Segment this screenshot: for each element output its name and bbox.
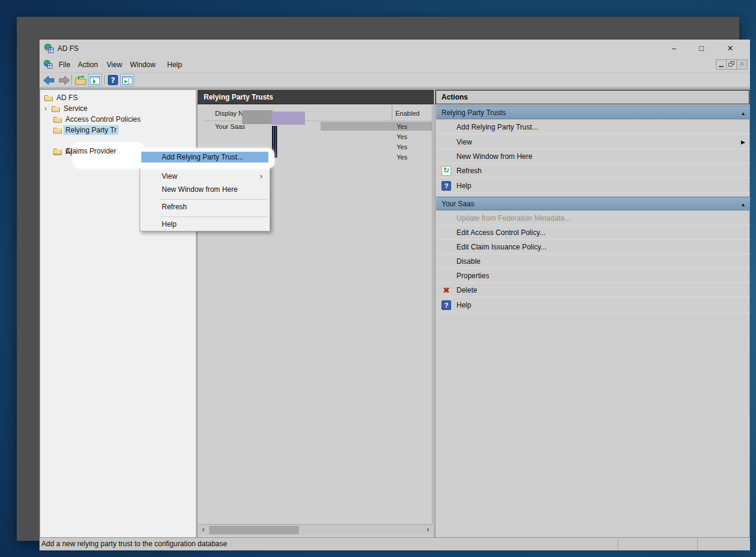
column-header-underline [202,121,431,121]
menu-separator [161,199,267,200]
context-menu-view[interactable]: View › [141,171,268,182]
refresh-icon: ↻ [441,166,451,176]
action-edit-access-control-policy[interactable]: Edit Access Control Policy... [436,225,750,240]
action-help-rpt[interactable]: ? Help [436,179,750,193]
actions-section-your-saas[interactable]: Your Saas ▴ [436,197,750,210]
context-menu-help[interactable]: Help [141,219,268,230]
action-delete[interactable]: ✖ Delete [436,283,750,297]
folder-icon [53,127,62,134]
folder-icon [53,116,62,123]
row4-enabled[interactable]: Yes [397,153,407,161]
action-label: Edit Access Control Policy... [456,228,546,237]
menu-help[interactable]: Help [164,59,186,70]
submenu-arrow-icon: ▶ [741,135,745,149]
adfs-menubar-icon [43,59,53,69]
scrollbar-thumb[interactable] [209,526,299,534]
menu-file[interactable]: File [55,59,74,70]
action-disable[interactable]: Disable [436,254,750,269]
tree-item-access-control-policies[interactable]: Access Control Policies [53,115,143,125]
action-label: Edit Claim Issuance Policy... [456,243,547,251]
minimize-button[interactable]: – [665,42,683,55]
action-label: Add Relying Party Trust... [456,123,538,131]
action-view[interactable]: View ▶ [436,135,750,149]
tree-item-label: AD FS [55,93,79,103]
row2-enabled[interactable]: Yes [397,133,407,140]
help-icon: ? [441,181,451,191]
actions-section-relying-party-trusts[interactable]: Relying Party Trusts ▴ [436,106,750,119]
menu-bar: File Action View Window Help ✕ [40,58,750,72]
status-bar: Add a new relying party trust to the con… [40,537,750,550]
action-label: Update from Federation Metadata... [456,214,570,222]
tree-item-relying-party-trusts[interactable]: Relying Party Tr [53,125,209,136]
redaction-box-purple [272,112,305,125]
row1-enabled[interactable]: Yes [397,123,407,130]
action-label: Delete [456,286,477,294]
mdi-close-icon[interactable]: ✕ [737,60,747,69]
tree-item-label: Service [62,104,89,113]
action-add-relying-party-trust[interactable]: Add Relying Party Trust... [436,120,750,134]
action-help-your-saas[interactable]: ? Help [436,298,750,312]
action-label: View [456,138,472,146]
mdi-restore-icon[interactable] [727,60,737,69]
toolbar-separator [71,75,72,85]
adfs-console-window: AD FS – □ ✕ File Action V [40,40,750,550]
context-menu-add-relying-party-trust[interactable]: Add Relying Party Trust... [141,152,268,162]
context-menu: Add Relying Party Trust... View › New Wi… [140,149,270,231]
action-pane-toggle-icon[interactable] [120,74,134,86]
forward-icon[interactable] [57,74,71,86]
menu-item-label: View [162,172,177,180]
export-folder-icon[interactable] [74,74,87,86]
expand-chevron-icon[interactable]: › [44,104,47,113]
submenu-arrow-icon: › [260,171,262,182]
collapse-arrow-icon[interactable]: ▴ [742,197,745,211]
section-title: Your Saas [441,200,474,208]
section-title: Relying Party Trusts [441,109,506,117]
delete-icon: ✖ [441,285,451,295]
collapse-arrow-icon[interactable]: ▴ [742,106,745,120]
mdi-minimize-icon[interactable] [716,60,727,69]
help-icon: ? [441,300,451,310]
menu-window[interactable]: Window [126,59,159,70]
scroll-left-icon[interactable]: ‹ [198,525,208,535]
desktop-background: AD FS – □ ✕ File Action V [0,0,756,557]
help-toolbar-icon[interactable]: ? [106,74,120,86]
folder-icon [52,105,60,112]
menu-action[interactable]: Action [74,59,101,70]
mdi-window-controls: ✕ [716,59,748,70]
back-icon[interactable] [42,74,56,86]
window-title: AD FS [58,44,78,53]
actions-pane: Actions Relying Party Trusts ▴ Add Relyi… [435,89,750,538]
list-pane-header: Relying Party Trusts [198,90,434,104]
action-refresh[interactable]: ↻ Refresh [436,164,750,178]
status-divider [618,539,618,550]
action-label: New Window from Here [456,152,533,161]
row3-enabled[interactable]: Yes [397,143,407,150]
menu-view[interactable]: View [103,59,126,70]
action-edit-claim-issuance-policy[interactable]: Edit Claim Issuance Policy... [436,240,750,254]
tree-item-label: Access Control Policies [63,115,142,124]
row1-display-name[interactable]: Your Saas [215,123,245,130]
tree-item-service[interactable]: › Service [44,104,89,114]
svg-text:?: ? [111,76,115,85]
title-bar[interactable]: AD FS – □ ✕ [40,40,750,58]
action-label: Help [456,301,471,309]
tree-item-adfs-root[interactable]: AD FS [44,93,80,103]
context-menu-refresh[interactable]: Refresh [141,201,268,212]
toolbar-separator [104,75,105,85]
context-menu-new-window-from-here[interactable]: New Window from Here [141,184,268,195]
scroll-right-icon[interactable]: › [423,525,433,535]
horizontal-scrollbar[interactable]: ‹ › [198,524,433,535]
column-divider[interactable] [392,106,392,121]
console-tree-toggle-icon[interactable] [88,74,102,86]
action-properties[interactable]: Properties [436,269,750,283]
selected-row-highlight[interactable] [320,122,432,131]
action-label: Disable [456,257,480,266]
action-new-window-from-here[interactable]: New Window from Here [436,149,750,164]
column-header-enabled[interactable]: Enabled [395,110,419,117]
adfs-app-icon [44,43,54,53]
toolbar: ? [40,72,750,88]
pane-inner-border [432,106,433,523]
close-button[interactable]: ✕ [721,42,739,55]
folder-icon [44,94,53,101]
maximize-button[interactable]: □ [693,42,710,55]
